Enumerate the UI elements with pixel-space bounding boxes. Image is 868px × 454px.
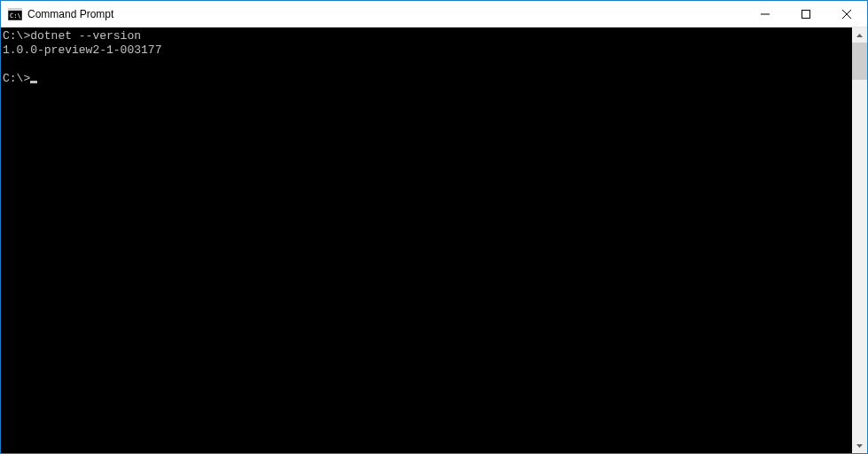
command-prompt-window: C:\ Command Prompt C:\>dotnet --version1… — [0, 0, 868, 454]
svg-marker-7 — [856, 34, 863, 37]
chevron-down-icon — [856, 444, 863, 448]
minimize-icon — [761, 10, 770, 19]
maximize-icon — [802, 10, 810, 19]
scroll-up-button[interactable] — [852, 27, 867, 43]
terminal-line: C:\>dotnet --version — [3, 29, 850, 43]
minimize-button[interactable] — [745, 1, 786, 27]
cursor — [30, 81, 37, 83]
cmd-icon: C:\ — [8, 8, 22, 20]
svg-text:C:\: C:\ — [10, 12, 21, 20]
terminal-line: 1.0.0-preview2-1-003177 — [3, 43, 850, 58]
terminal-line: C:\> — [3, 72, 850, 86]
scrollbar-track[interactable] — [852, 43, 867, 438]
svg-rect-4 — [802, 10, 810, 18]
close-button[interactable] — [826, 1, 867, 27]
svg-rect-1 — [8, 8, 22, 11]
chevron-up-icon — [856, 34, 863, 37]
scrollbar-thumb[interactable] — [852, 43, 867, 80]
terminal-line — [3, 58, 850, 72]
scroll-down-button[interactable] — [852, 438, 867, 453]
maximize-button[interactable] — [786, 1, 826, 27]
window-controls — [745, 1, 867, 27]
close-icon — [842, 10, 851, 19]
window-content: C:\>dotnet --version1.0.0-preview2-1-003… — [1, 27, 867, 453]
vertical-scrollbar[interactable] — [852, 27, 867, 453]
terminal-output[interactable]: C:\>dotnet --version1.0.0-preview2-1-003… — [1, 27, 852, 453]
titlebar[interactable]: C:\ Command Prompt — [1, 1, 867, 27]
window-title: Command Prompt — [27, 8, 745, 20]
svg-marker-8 — [856, 444, 863, 448]
